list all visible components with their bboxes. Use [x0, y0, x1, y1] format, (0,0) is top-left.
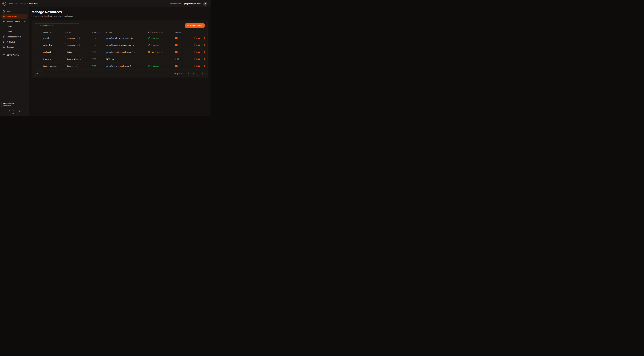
app-window: home-lab › settings › resources Document… [0, 0, 210, 116]
arrow-up-right-icon [76, 44, 78, 46]
enabled-toggle[interactable] [175, 51, 180, 53]
breadcrumb-settings[interactable]: settings [20, 2, 26, 5]
chevron-right-icon [197, 73, 199, 75]
row-menu-button[interactable] [35, 64, 38, 68]
copy-button[interactable] [132, 51, 135, 54]
open-source-link[interactable]: Open Source [1, 110, 28, 112]
copy-button[interactable] [133, 44, 135, 46]
enabled-toggle[interactable] [175, 37, 180, 39]
edit-button[interactable]: Edit [194, 64, 205, 68]
sidebar: Sites Resources Access Control Users Rol… [0, 7, 29, 116]
arrow-right-icon [201, 37, 203, 39]
column-header-authentication[interactable]: Authentication [148, 31, 175, 34]
sidebar-item-label: API Keys [6, 41, 15, 43]
edit-button[interactable]: Edit [194, 36, 205, 40]
resource-access: 5432 [106, 58, 110, 60]
chevrons-right-icon [202, 73, 204, 75]
arrow-right-icon [201, 44, 203, 46]
copy-button[interactable] [130, 65, 133, 68]
search-icon [36, 24, 38, 26]
sidebar-item-label: Resources [6, 16, 17, 18]
chevrons-left-icon [188, 73, 190, 75]
chevron-right-icon [24, 26, 26, 28]
table-row: Bitwarden Home Lab TCP https://bitwarden… [35, 42, 204, 49]
row-menu-button[interactable] [35, 58, 38, 61]
resource-access: https://authentik.example.com [106, 51, 131, 53]
organization-selector[interactable]: Organization Home Lab [1, 101, 28, 108]
sidebar-item-resources[interactable]: Resources [1, 14, 28, 19]
arrow-up-right-icon [74, 65, 76, 67]
site-link-badge[interactable]: Second Office [65, 57, 83, 61]
users-icon [3, 20, 5, 23]
resource-access: https://immich.example.com [106, 37, 129, 39]
avatar[interactable]: J [203, 2, 207, 6]
sidebar-item-label: Sites [6, 10, 11, 12]
user-email[interactable]: joe@example.com [184, 2, 200, 5]
link-icon [3, 36, 5, 38]
shield-check-icon [148, 37, 150, 39]
resources-icon [3, 15, 5, 18]
ellipsis-icon [36, 65, 38, 67]
site-link-badge[interactable]: Home Lab [65, 36, 80, 40]
add-resource-button[interactable]: Add Resource [185, 23, 204, 28]
edit-button[interactable]: Edit [194, 43, 205, 47]
breadcrumb-resources: resources [29, 2, 38, 5]
resource-protocol: TCP [92, 37, 106, 39]
copy-button[interactable] [131, 37, 133, 40]
sidebar-item-roles[interactable]: Roles [1, 30, 28, 34]
row-menu-button[interactable] [35, 50, 38, 54]
pangolin-logo[interactable] [2, 1, 7, 6]
page-size-select[interactable]: 20 [35, 72, 43, 76]
search-input[interactable] [40, 24, 78, 27]
column-header-access: Access [106, 31, 148, 34]
sidebar-item-users[interactable]: Users [1, 24, 28, 29]
ellipsis-icon [36, 51, 38, 53]
enabled-toggle[interactable] [175, 44, 180, 46]
column-header-name[interactable]: Name [43, 31, 65, 34]
key-icon [3, 40, 5, 43]
gear-icon [3, 46, 5, 48]
arrow-right-icon [201, 58, 203, 60]
sort-icon [49, 32, 51, 33]
resources-table: NameSiteProtocolAccessAuthenticationEnab… [35, 30, 204, 70]
previous-page-button[interactable] [192, 72, 195, 76]
sidebar-item-shareable-links[interactable]: Shareable Links [1, 34, 28, 39]
site-link-badge[interactable]: Home Lab [65, 43, 80, 47]
breadcrumb-separator: › [27, 2, 28, 4]
sidebar-item-label: Settings [6, 46, 14, 48]
resource-protocol: TCP [92, 51, 106, 53]
next-page-button[interactable] [196, 72, 200, 76]
last-page-button[interactable] [201, 72, 204, 76]
enabled-toggle[interactable] [175, 65, 180, 67]
sidebar-item-api-keys[interactable]: API Keys [1, 40, 28, 44]
auth-status: Protected [148, 65, 175, 67]
sidebar-item-sites[interactable]: Sites [1, 9, 28, 14]
sidebar-item-settings[interactable]: Settings [1, 44, 28, 49]
table-body: Immich Home Lab TCP https://immich.examp… [35, 35, 204, 70]
documentation-link[interactable]: Documentation [169, 2, 181, 5]
edit-button[interactable]: Edit [194, 50, 205, 54]
sidebar-divider [0, 51, 29, 51]
sidebar-item-server-admin[interactable]: Server Admin [1, 52, 28, 57]
resource-name: Bitwarden [43, 44, 65, 46]
ellipsis-icon [36, 44, 38, 46]
top-bar: home-lab › settings › resources Document… [0, 0, 210, 7]
column-header-site[interactable]: Site [65, 31, 92, 34]
row-menu-button[interactable] [35, 36, 38, 40]
site-link-badge[interactable]: Office [65, 50, 76, 54]
sidebar-item-access-control[interactable]: Access Control [1, 19, 28, 24]
site-link-badge[interactable]: Edge 01 [65, 64, 78, 68]
resource-access: https://bitwarden.example.com [106, 44, 131, 46]
enabled-toggle[interactable] [175, 58, 180, 60]
table-row: Battery Manager Edge 01 TCP https://batt… [35, 63, 204, 70]
row-menu-button[interactable] [35, 44, 38, 47]
version-label: v1.3.0 [1, 113, 28, 114]
first-page-button[interactable] [187, 72, 190, 76]
main-content: Manage Resources Create secure proxies t… [29, 7, 210, 116]
table-row: Authentik Office TCP https://authentik.e… [35, 49, 204, 56]
page-size-value: 20 [36, 73, 38, 75]
edit-button[interactable]: Edit [194, 57, 205, 61]
resource-protocol: TCP [92, 58, 106, 60]
breadcrumb-org[interactable]: home-lab [9, 2, 16, 5]
copy-button[interactable] [112, 58, 114, 60]
